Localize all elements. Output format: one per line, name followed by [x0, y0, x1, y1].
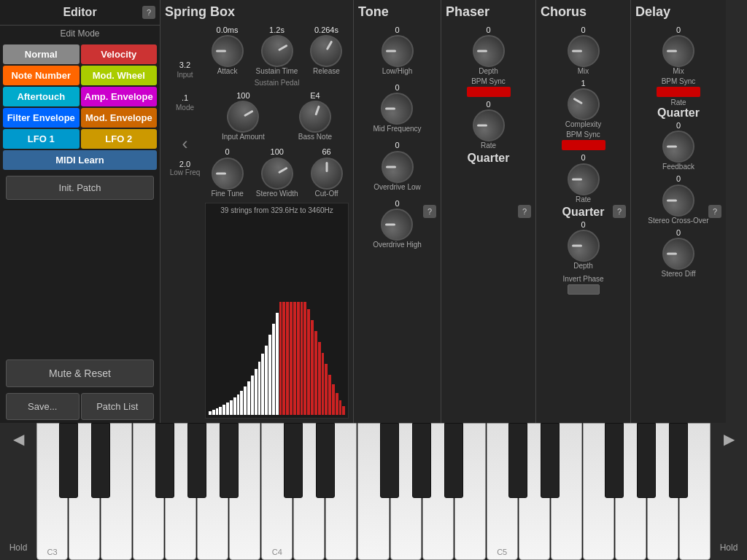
spring-knobs-row3: 0 Fine Tune 100 Stereo Width 66: [205, 146, 349, 199]
chorus-rate-knob[interactable]: [568, 163, 600, 195]
delay-stereo-crossover-container: 0 Stereo Cross-Over: [648, 174, 708, 225]
phaser-depth-knob[interactable]: [473, 35, 505, 67]
white-key[interactable]: [293, 423, 325, 560]
chart-bar: [272, 324, 275, 415]
mode-btn-normal[interactable]: Normal: [3, 44, 80, 64]
mode-btn-mod-wheel[interactable]: Mod. Wheel: [81, 66, 158, 85]
sustain-time-label: Sustain Time: [256, 67, 298, 76]
white-key[interactable]: [357, 423, 389, 560]
editor-question-btn[interactable]: ?: [142, 6, 155, 19]
mode-btn-mod-envelope[interactable]: Mod. Envelope: [81, 108, 158, 128]
patch-list-btn[interactable]: Patch List: [81, 393, 155, 420]
mid-freq-knob[interactable]: [381, 93, 413, 125]
fine-tune-knob[interactable]: [212, 158, 244, 190]
chorus-bpm-sync1-bar[interactable]: [562, 140, 605, 150]
sustain-time-knob-container: 1.2s Sustain Time: [256, 26, 298, 76]
release-knob[interactable]: [304, 29, 348, 73]
phaser-rate-knob[interactable]: [473, 109, 505, 141]
white-key[interactable]: [390, 423, 422, 560]
mid-freq-knob-container: 0 Mid Frequency: [373, 83, 421, 133]
bass-note-knob[interactable]: [295, 96, 336, 137]
phaser-rate-value: 0: [486, 100, 490, 109]
key-octave-label: C4: [272, 548, 282, 556]
overdrive-high-knob[interactable]: [381, 209, 413, 241]
delay-mix-knob[interactable]: [662, 35, 694, 67]
chorus-depth-label: Depth: [573, 262, 593, 271]
spring-box-body: 3.2 Input .1 Mode ‹ 2.0 Low Freq 0.0m: [165, 24, 349, 419]
low-high-value: 0: [395, 26, 399, 35]
tone-question-btn[interactable]: ?: [423, 205, 436, 218]
white-key[interactable]: [583, 423, 614, 560]
white-key[interactable]: [615, 423, 646, 560]
delay-question-btn[interactable]: ?: [708, 205, 721, 218]
white-key[interactable]: [165, 423, 196, 560]
white-key[interactable]: [229, 423, 260, 560]
delay-bpm-sync-bar[interactable]: [657, 87, 700, 97]
mode-btn-velocity[interactable]: Velocity: [81, 44, 158, 64]
overdrive-low-knob[interactable]: [382, 151, 414, 183]
cutoff-knob[interactable]: [311, 158, 343, 190]
chart-bar: [342, 406, 345, 415]
chart-bar: [339, 400, 342, 415]
attack-knob-container: 0.0ms Attack: [212, 26, 244, 76]
mode-btn-amp-envelope[interactable]: Amp. Envelope: [81, 87, 158, 106]
mode-btn-lfo1[interactable]: LFO 1: [3, 129, 80, 149]
sustain-time-value: 1.2s: [269, 26, 285, 35]
white-key[interactable]: [454, 423, 486, 560]
hold-left-label: Hold: [9, 542, 28, 553]
bass-note-label: Bass Note: [298, 133, 332, 141]
white-key[interactable]: C4: [261, 423, 293, 560]
release-value: 0.264s: [314, 26, 338, 35]
chorus-header: Chorus ?: [541, 4, 626, 20]
mode-btn-aftertouch[interactable]: Aftertouch: [3, 87, 80, 106]
chorus-question-btn[interactable]: ?: [613, 205, 626, 218]
chorus-depth-knob[interactable]: [568, 230, 600, 262]
white-key[interactable]: [69, 423, 100, 560]
delay-stereo-crossover-knob[interactable]: [662, 184, 694, 217]
collapse-arrow[interactable]: ‹: [182, 133, 188, 154]
white-key[interactable]: [101, 423, 132, 560]
keys-container: C3C4C5: [36, 423, 711, 560]
low-high-knob[interactable]: [382, 35, 414, 67]
right-arrow-btn[interactable]: ▶: [724, 430, 735, 448]
invert-phase-container: Invert Phase: [562, 275, 603, 295]
chorus-quarter1-label: Quarter: [562, 206, 605, 219]
chart-bar: [307, 309, 310, 415]
white-key[interactable]: [325, 423, 357, 560]
spring-left-low-freq: Low Freq: [170, 168, 201, 176]
white-key[interactable]: C5: [487, 423, 518, 560]
white-key[interactable]: [551, 423, 582, 560]
overdrive-low-knob-container: 0 Overdrive Low: [374, 141, 420, 191]
white-key[interactable]: C3: [36, 423, 68, 560]
init-patch-btn[interactable]: Init. Patch: [6, 176, 154, 200]
fine-tune-value: 0: [225, 147, 230, 157]
mute-reset-btn[interactable]: Mute & Reset: [6, 359, 154, 387]
left-arrow-btn[interactable]: ◀: [13, 430, 24, 448]
save-btn[interactable]: Save...: [6, 393, 80, 420]
phaser-question-btn[interactable]: ?: [518, 205, 531, 218]
white-key[interactable]: [679, 423, 711, 560]
spring-left-input-label: Input: [177, 71, 193, 79]
mode-btn-filter-envelope[interactable]: Filter Envelope: [3, 108, 80, 128]
mode-btn-note-number[interactable]: Note Number: [3, 66, 80, 85]
white-key[interactable]: [133, 423, 164, 560]
stereo-width-value: 100: [271, 147, 284, 157]
white-key[interactable]: [422, 423, 454, 560]
spring-box-header: Spring Box ?: [165, 4, 349, 20]
top-section: Editor ? Edit Mode Normal Velocity Note …: [0, 0, 747, 423]
mode-btn-midi-learn[interactable]: MIDI Learn: [3, 150, 157, 170]
mode-btn-lfo2[interactable]: LFO 2: [81, 129, 158, 149]
delay-feedback-knob[interactable]: [662, 131, 694, 163]
input-amount-knob-container: 100 Input Amount: [222, 91, 265, 141]
chorus-title: Chorus: [541, 4, 587, 20]
attack-knob[interactable]: [212, 35, 244, 67]
phaser-bpm-sync-bar[interactable]: [467, 87, 511, 97]
mid-freq-label: Mid Frequency: [373, 125, 421, 133]
delay-stereo-diff-knob[interactable]: [662, 238, 694, 270]
chart-bar: [303, 302, 306, 415]
invert-phase-btn[interactable]: [568, 284, 600, 295]
white-key[interactable]: [647, 423, 678, 560]
white-key[interactable]: [197, 423, 228, 560]
chorus-mix-knob[interactable]: [568, 35, 600, 67]
white-key[interactable]: [519, 423, 550, 560]
